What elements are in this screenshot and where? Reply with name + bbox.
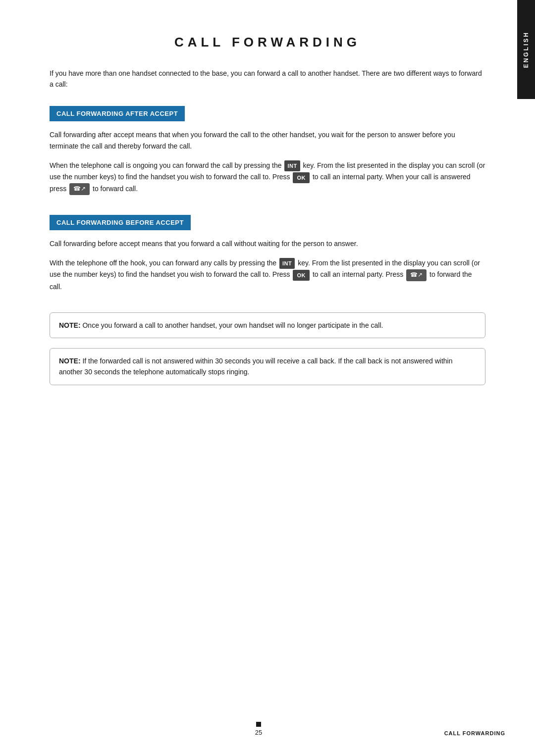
- forward-phone-icon-after: ☎↗: [69, 183, 90, 195]
- section-before-para2-before-int: With the telephone off the hook, you can…: [50, 259, 278, 267]
- section-before-para1: Call forwarding before accept means that…: [50, 238, 485, 250]
- section-before-accept: CALL FORWARDING BEFORE ACCEPT Call forwa…: [50, 215, 485, 293]
- ok-key-badge-before: OK: [293, 270, 310, 281]
- page-container: ENGLISH CALL FORWARDING If you have more…: [0, 0, 535, 756]
- int-key-badge-before: INT: [279, 258, 295, 269]
- page-footer: 25: [0, 722, 517, 736]
- intro-text: If you have more than one handset connec…: [50, 68, 485, 90]
- section-before-accept-content: Call forwarding before accept means that…: [50, 238, 485, 293]
- note-box-2: NOTE: If the forwarded call is not answe…: [50, 348, 485, 385]
- note2-bold: NOTE:: [59, 357, 81, 365]
- page-title: CALL FORWARDING: [50, 35, 485, 50]
- ok-key-badge-after: OK: [293, 172, 310, 183]
- section-after-para1: Call forwarding after accept means that …: [50, 129, 485, 152]
- note2-text: If the forwarded call is not answered wi…: [59, 357, 453, 376]
- section-before-accept-header: CALL FORWARDING BEFORE ACCEPT: [50, 215, 191, 230]
- section-after-accept-content: Call forwarding after accept means that …: [50, 129, 485, 195]
- section-after-accept: CALL FORWARDING AFTER ACCEPT Call forwar…: [50, 106, 485, 195]
- footer-label: CALL FORWARDING: [444, 730, 505, 736]
- page-number: 25: [255, 729, 262, 736]
- section-after-para2-end: to forward call.: [93, 185, 138, 193]
- int-key-badge-after: INT: [284, 160, 300, 171]
- english-tab: ENGLISH: [517, 0, 535, 99]
- section-after-para2: When the telephone call is ongoing you c…: [50, 160, 485, 195]
- english-tab-label: ENGLISH: [523, 31, 530, 68]
- forward-phone-icon-before: ☎↗: [406, 269, 427, 281]
- footer-square: [256, 722, 261, 727]
- section-before-para2: With the telephone off the hook, you can…: [50, 257, 485, 293]
- note-box-1: NOTE: Once you forward a call to another…: [50, 312, 485, 338]
- note1-text: Once you forward a call to another hands…: [82, 321, 383, 329]
- section-after-accept-header: CALL FORWARDING AFTER ACCEPT: [50, 106, 185, 121]
- section-before-para2-middle: to call an internal party. Press: [313, 270, 405, 278]
- note1-bold: NOTE:: [59, 321, 81, 329]
- section-after-para2-before-int: When the telephone call is ongoing you c…: [50, 161, 283, 169]
